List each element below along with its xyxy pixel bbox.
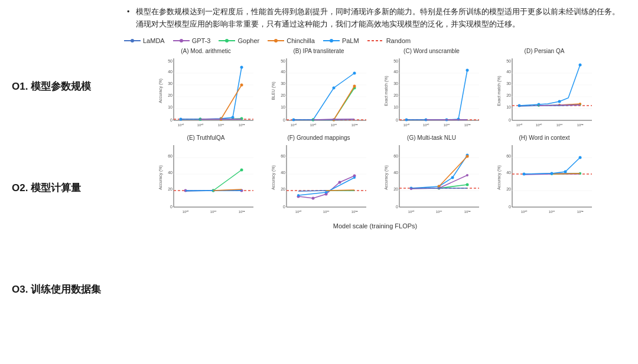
chart-E-area: Accuracy (%) 0 20 40 60 10²⁰ 10²² 10²⁴	[156, 142, 256, 219]
svg-text:20: 20	[393, 93, 398, 97]
svg-text:20: 20	[281, 187, 285, 191]
svg-text:10¹⁸: 10¹⁸	[290, 123, 297, 127]
svg-text:10²⁴: 10²⁴	[351, 210, 358, 214]
svg-text:10¹⁸: 10¹⁸	[516, 123, 523, 127]
chart-G-area: Accuracy (%) 0 20 40 60 10²⁰ 10²² 10²⁴	[382, 142, 482, 219]
svg-point-201	[522, 172, 525, 175]
svg-text:10¹⁸: 10¹⁸	[177, 123, 184, 127]
svg-text:10²⁴: 10²⁴	[464, 123, 471, 127]
svg-text:10²²: 10²²	[435, 210, 442, 214]
svg-text:10²²: 10²²	[556, 123, 562, 127]
svg-text:10: 10	[281, 105, 285, 109]
chart-E-title: (E) TruthfulQA	[187, 135, 225, 141]
svg-text:40: 40	[393, 170, 398, 175]
right-panel: 模型在参数规模达到一定程度后，性能首先得到急剧提升，同时涌现许多新的能力。特别是…	[118, 0, 638, 364]
legend-random: Random	[367, 37, 411, 44]
svg-text:60: 60	[168, 154, 172, 158]
svg-text:10¹⁸: 10¹⁸	[403, 123, 410, 127]
svg-point-65	[353, 84, 356, 87]
svg-point-109	[558, 100, 561, 103]
chart-A-area: Accuracy (%) 0 10 20 30 40 50	[156, 55, 256, 132]
svg-point-59	[332, 86, 335, 89]
svg-text:10²⁴: 10²⁴	[238, 210, 245, 214]
section-O1: O1. 模型参数规模	[12, 80, 106, 93]
svg-point-150	[311, 196, 314, 199]
svg-text:10²⁴: 10²⁴	[577, 210, 584, 214]
chart-F: (F) Grounded mappings Accuracy (%) 0 20 …	[264, 135, 373, 219]
svg-text:30: 30	[168, 81, 172, 86]
svg-text:10²⁴: 10²⁴	[238, 123, 245, 127]
svg-point-88	[466, 68, 468, 71]
svg-text:20: 20	[168, 187, 172, 191]
charts-row-2: (E) TruthfulQA Accuracy (%) 0 20 40 60	[124, 135, 626, 219]
svg-text:50: 50	[168, 59, 172, 63]
svg-text:10²⁴: 10²⁴	[351, 123, 358, 127]
chart-F-title: (F) Grounded mappings	[287, 135, 350, 141]
svg-text:10²⁰: 10²⁰	[408, 210, 415, 214]
chart-A: (A) Mod. arithmetic Accuracy (%) 0 10 20…	[151, 48, 261, 132]
svg-text:20: 20	[506, 187, 511, 191]
chart-C-area: Exact match (%) 0 10 20 30 40 50 10¹⁸ 10…	[382, 55, 482, 132]
svg-text:10: 10	[168, 105, 172, 109]
svg-text:60: 60	[393, 154, 398, 158]
svg-text:20: 20	[393, 187, 398, 191]
svg-text:0: 0	[396, 205, 398, 209]
svg-point-152	[338, 181, 341, 183]
chart-B: (B) IPA transliterate BLEU (%) 0 10 20 3…	[264, 48, 373, 132]
svg-text:0: 0	[396, 118, 398, 122]
svg-text:10²²: 10²²	[443, 123, 450, 127]
svg-text:60: 60	[506, 154, 511, 158]
svg-text:10²⁰: 10²⁰	[422, 123, 429, 127]
x-axis-label: Model scale (training FLOPs)	[124, 222, 626, 229]
svg-text:0: 0	[509, 118, 511, 122]
svg-text:10²²: 10²²	[330, 123, 337, 127]
svg-point-134	[240, 168, 243, 171]
legend-label-gpt3: GPT-3	[192, 37, 211, 44]
svg-text:30: 30	[506, 81, 511, 86]
legend-lamda: LaMDA	[124, 37, 165, 44]
legend-chinchilla: Chinchilla	[268, 37, 315, 44]
chart-G: (G) Multi-task NLU Accuracy (%) 0 20 40 …	[377, 135, 486, 219]
svg-text:10²⁴: 10²⁴	[577, 123, 584, 127]
svg-point-38	[240, 83, 243, 86]
svg-text:10²⁴: 10²⁴	[464, 210, 471, 214]
svg-text:10²²: 10²²	[217, 123, 224, 127]
svg-text:0: 0	[170, 118, 172, 122]
legend-gopher: Gopher	[219, 37, 259, 44]
svg-text:Accuracy (%): Accuracy (%)	[271, 165, 276, 190]
svg-point-1	[131, 39, 134, 42]
svg-point-107	[517, 104, 520, 107]
svg-point-202	[550, 172, 553, 175]
chart-D-title: (D) Persian QA	[525, 48, 565, 54]
svg-text:50: 50	[393, 59, 398, 63]
svg-text:BLEU (%): BLEU (%)	[271, 81, 276, 100]
svg-point-176	[466, 155, 468, 158]
chart-G-title: (G) Multi-task NLU	[407, 135, 456, 141]
svg-text:0: 0	[283, 118, 285, 122]
svg-text:10²⁰: 10²⁰	[197, 123, 204, 127]
chart-A-title: (A) Mod. arithmetic	[181, 48, 230, 54]
svg-point-33	[240, 65, 243, 68]
svg-text:Accuracy (%): Accuracy (%)	[158, 165, 163, 190]
svg-text:60: 60	[281, 154, 285, 158]
svg-point-60	[353, 71, 356, 74]
legend: LaMDA GPT-3 Gopher Chinchilla PaLM Rando…	[124, 37, 626, 44]
chart-B-area: BLEU (%) 0 10 20 30 40 50 10¹⁸ 10²⁰ 10²²	[269, 55, 369, 132]
chart-H: (H) Word in context Accuracy (%) 0 20 40…	[490, 135, 599, 219]
svg-text:Exact match (%): Exact match (%)	[384, 76, 389, 106]
legend-palm: PaLM	[323, 37, 359, 44]
legend-label-random: Random	[386, 37, 411, 44]
svg-text:40: 40	[281, 170, 285, 175]
svg-text:10: 10	[506, 105, 511, 109]
svg-point-156	[353, 176, 356, 179]
svg-text:40: 40	[393, 70, 398, 74]
svg-text:50: 50	[506, 59, 511, 63]
svg-point-178	[466, 183, 468, 186]
svg-text:40: 40	[506, 170, 511, 175]
svg-point-203	[564, 170, 567, 173]
svg-point-173	[451, 176, 454, 179]
svg-point-110	[578, 63, 581, 66]
svg-text:20: 20	[168, 93, 172, 97]
svg-text:10: 10	[393, 105, 398, 109]
svg-text:Accuracy (%): Accuracy (%)	[384, 165, 389, 190]
